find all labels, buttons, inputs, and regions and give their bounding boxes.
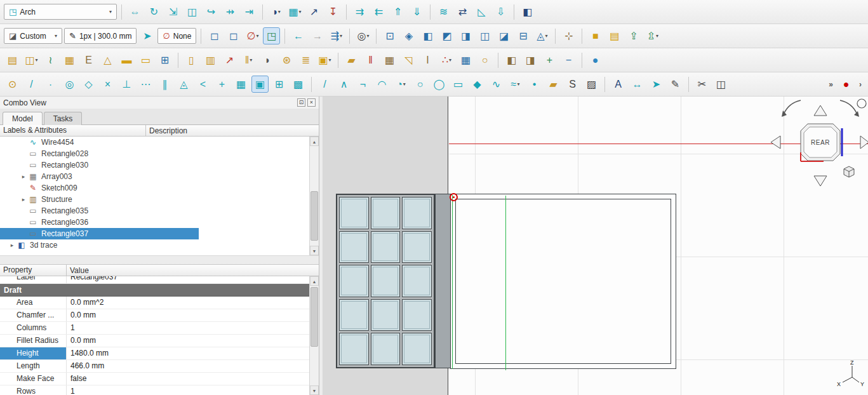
tree-item-structure[interactable]: ▸▥Structure	[0, 194, 309, 205]
window-pane[interactable]	[339, 231, 369, 264]
draft-facebinder-icon[interactable]: ▰	[545, 76, 562, 93]
toolbar-overflow[interactable]: »	[826, 80, 836, 89]
scroll-down-icon[interactable]: ▼	[310, 385, 319, 395]
nav-arrow-right-icon[interactable]	[860, 136, 868, 149]
window-pane[interactable]	[371, 299, 401, 331]
draft-wp-proxy-icon[interactable]: ⇩	[492, 3, 509, 20]
arch-pipe-tools-icon[interactable]: ‖▾	[240, 51, 257, 69]
snap-angle-icon[interactable]: ◇	[80, 76, 97, 93]
draft-apply-style-icon[interactable]: ◑▾	[267, 3, 284, 20]
scroll-down-icon[interactable]: ▼	[310, 246, 319, 255]
arch-schedule-table-icon[interactable]: ▦	[457, 51, 474, 69]
arch-remove-component-icon[interactable]: −	[560, 51, 577, 69]
draft-hatch-icon[interactable]: ▨	[583, 76, 600, 93]
draft-downgrade-icon[interactable]: ↧	[324, 3, 342, 20]
arch-grid-icon[interactable]: ▦	[381, 51, 398, 69]
tree-col-description[interactable]: Description	[146, 126, 187, 135]
tree-item-rectangle036[interactable]: ▭Rectangle036	[0, 217, 309, 228]
tree-item-rectangle030[interactable]: ▭Rectangle030	[0, 159, 309, 171]
tree-item-wire4454[interactable]: ∿Wire4454	[0, 137, 309, 148]
tree-item-array003[interactable]: ▸▦Array003	[0, 171, 309, 182]
export-alt-icon[interactable]: ⇫▾	[644, 27, 661, 44]
arch-survey-icon[interactable]: ↗	[221, 51, 238, 69]
property-group-header[interactable]: Draft	[0, 284, 309, 297]
arch-gear-icon[interactable]: ⊛	[278, 51, 295, 69]
property-value[interactable]: Rectangle037	[67, 276, 309, 283]
3d-viewport[interactable]: REAR Z X Y	[323, 97, 868, 395]
draft-arc-icon[interactable]: ◠	[373, 76, 391, 93]
draft-shapestring-icon[interactable]: S	[564, 76, 581, 93]
tree-scrollbar-track[interactable]	[310, 146, 319, 246]
macro-record-icon[interactable]: ●	[838, 76, 855, 93]
draft-wire-to-bspline-icon[interactable]: ≋	[435, 3, 452, 20]
property-name[interactable]: Label	[0, 276, 67, 283]
property-value[interactable]: 0.0 mm^2	[67, 297, 309, 309]
measure-icon[interactable]: ⊹	[560, 27, 577, 44]
link-navigation-icon[interactable]: ⇶▾	[328, 27, 345, 44]
new-group-icon[interactable]: ▤	[606, 27, 623, 44]
view-bottom-icon[interactable]: ◪	[495, 27, 512, 44]
property-name[interactable]: Chamfer ...	[0, 309, 67, 321]
snap-extension-icon[interactable]: ⋯	[137, 76, 154, 93]
grid-settings-icon[interactable]: ▩	[290, 76, 307, 93]
draft-rotate-icon[interactable]: ↻	[145, 3, 163, 20]
arch-stairs-icon[interactable]: ≣	[297, 51, 314, 69]
window-pane[interactable]	[402, 299, 432, 331]
window-pane[interactable]	[371, 333, 401, 365]
draft-to-sketch-icon[interactable]: ⇄	[454, 3, 471, 20]
window-pane[interactable]	[371, 197, 401, 229]
snap-midpoint-icon[interactable]: ∙	[42, 76, 59, 93]
arch-axis-tools-icon[interactable]: ∴▾	[438, 51, 455, 69]
toolbar-overflow-2[interactable]: ›	[857, 80, 864, 89]
linewidth-button[interactable]: ✎1px | 300.0 mm	[64, 28, 137, 44]
window-pane[interactable]	[371, 265, 401, 297]
property-scrollbar-thumb[interactable]	[310, 287, 318, 347]
property-name[interactable]: Area	[0, 297, 67, 309]
expand-arrow-icon[interactable]: ▸	[8, 242, 17, 248]
draft-bezier-icon[interactable]: ≈▾	[507, 76, 524, 93]
window-pane[interactable]	[339, 197, 369, 229]
tab-model[interactable]: Model	[3, 112, 43, 125]
draft-circle-icon[interactable]: ○	[411, 76, 429, 93]
draft-downgrade-alt-icon[interactable]: ⇓	[408, 3, 425, 20]
window-pane[interactable]	[402, 197, 432, 229]
draw-style-icon[interactable]: ◳	[263, 27, 280, 44]
draft-trimex-icon[interactable]: ⇥	[241, 3, 258, 20]
nav-arrow-up-icon[interactable]	[814, 105, 827, 116]
rectangle037-object[interactable]	[450, 194, 676, 369]
property-name[interactable]: Height	[0, 347, 67, 359]
draft-point-icon[interactable]: •	[526, 76, 543, 93]
wall-section-strip[interactable]	[435, 194, 451, 368]
view-front-icon[interactable]: ◧	[419, 27, 436, 44]
tree-scrollbar-thumb[interactable]	[310, 191, 318, 241]
snap-grid-icon[interactable]: ▦	[232, 76, 250, 93]
draft-label-icon[interactable]: ➤	[648, 76, 665, 93]
arch-window-icon[interactable]: ⊞	[156, 51, 173, 69]
draft-line-icon[interactable]: /	[316, 76, 333, 93]
draft-scale-icon[interactable]: ⇲	[164, 3, 182, 20]
arch-roof-icon[interactable]: △	[99, 51, 116, 69]
view-isometric-icon[interactable]: ◈	[400, 27, 417, 44]
view-axonometric-icon[interactable]: ◬▾	[533, 27, 551, 44]
curtain-wall-object[interactable]	[336, 194, 435, 368]
draft-bspline-icon[interactable]: ∿	[488, 76, 505, 93]
autogroup-pin-icon[interactable]: ➤	[138, 27, 156, 44]
snap-perpendicular-icon[interactable]: ⊥	[118, 76, 135, 93]
navigation-cube[interactable]: REAR	[768, 98, 868, 192]
workingplane-selector[interactable]: ◪Custom▾	[4, 28, 62, 44]
arch-add-component-icon[interactable]: +	[541, 51, 558, 69]
draft-slope-icon[interactable]: ◺	[473, 3, 490, 20]
snap-center-icon[interactable]: ◎	[61, 76, 78, 93]
close-panel-icon[interactable]: ×	[307, 98, 316, 107]
rotate-ccw-arrowhead-icon[interactable]	[782, 110, 787, 117]
property-scrollbar-track[interactable]	[310, 286, 319, 385]
expand-arrow-icon[interactable]: ▸	[19, 173, 28, 180]
draft-split-icon[interactable]: ⇇	[370, 3, 387, 20]
property-value[interactable]: false	[67, 373, 309, 385]
tree-item-rectangle028[interactable]: ▭Rectangle028	[0, 148, 309, 159]
nav-arrow-down-icon[interactable]	[814, 176, 827, 186]
property-value[interactable]: 1480.0 mm	[67, 347, 309, 359]
window-pane[interactable]	[339, 265, 369, 297]
tree-item-3d-trace[interactable]: ▸◧3d trace	[0, 239, 309, 251]
draft-offset-icon[interactable]: ⇸	[222, 3, 239, 20]
